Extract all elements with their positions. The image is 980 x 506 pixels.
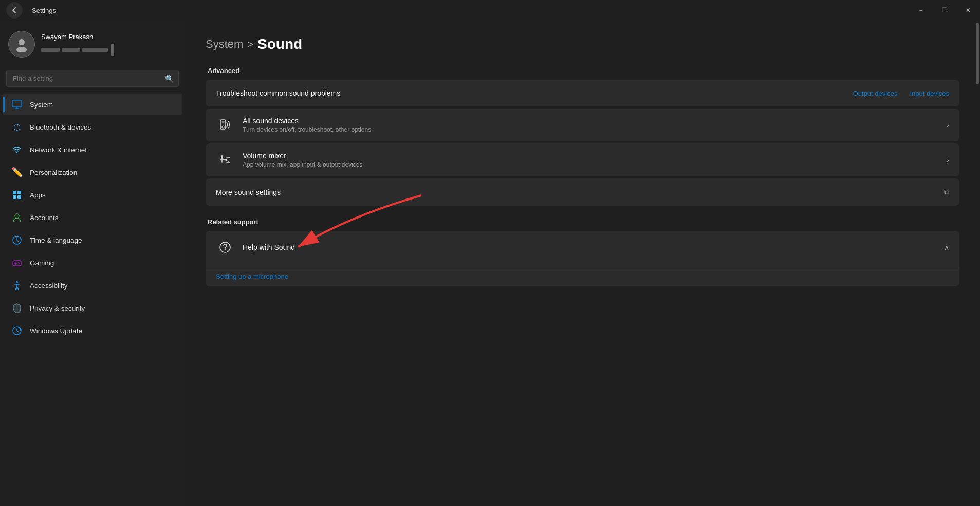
svg-rect-5 (17, 191, 21, 194)
more-sound-settings-row[interactable]: More sound settings ⧉ (206, 178, 959, 206)
help-sound-card: Help with Sound ∧ Setting up a microphon… (206, 231, 959, 286)
volume-mixer-text: Volume mixer App volume mix, app input &… (243, 152, 947, 168)
scrollbar-thumb[interactable] (976, 23, 979, 84)
svg-rect-4 (13, 191, 16, 194)
support-links-container: Setting up a microphone (206, 266, 959, 286)
section-heading-advanced: Advanced (206, 67, 959, 75)
user-profile[interactable]: Swayam Prakash (0, 21, 185, 68)
sound-device-icon (216, 116, 234, 134)
back-button[interactable] (6, 2, 23, 19)
accounts-icon (11, 212, 23, 223)
svg-point-1 (16, 47, 27, 52)
chevron-right-icon-1: › (947, 121, 949, 129)
user-info: Swayam Prakash (41, 33, 114, 56)
chevron-up-icon: ∧ (944, 243, 949, 251)
search-wrapper: 🔍 (6, 70, 179, 87)
breadcrumb-parent[interactable]: System (206, 38, 243, 51)
sidebar-item-apps[interactable]: Apps (3, 184, 182, 206)
time-icon (11, 234, 23, 246)
all-sound-devices-row[interactable]: All sound devices Turn devices on/off, t… (206, 109, 959, 141)
sidebar-item-gaming[interactable]: Gaming (3, 252, 182, 274)
external-link-icon: ⧉ (944, 188, 949, 196)
svg-point-16 (222, 126, 224, 128)
breadcrumb-separator: > (247, 39, 253, 50)
sidebar-item-personalization[interactable]: ✏️ Personalization (3, 161, 182, 183)
help-sound-title: Help with Sound (243, 243, 944, 251)
user-bars (41, 44, 114, 56)
help-icon (216, 238, 234, 257)
sidebar-item-label-windows-update: Windows Update (30, 327, 82, 335)
sidebar-item-bluetooth[interactable]: ⬡ Bluetooth & devices (3, 116, 182, 138)
sidebar-item-windows-update[interactable]: Windows Update (3, 320, 182, 341)
sidebar-item-label-bluetooth: Bluetooth & devices (30, 123, 91, 131)
svg-rect-2 (12, 100, 22, 107)
troubleshoot-label: Troubleshoot common sound problems (216, 89, 853, 97)
content-area: System > Sound Advanced Troubleshoot com… (185, 21, 980, 506)
search-container: 🔍 (0, 68, 185, 93)
minimize-button[interactable]: − (909, 0, 933, 21)
svg-point-3 (16, 152, 17, 153)
bluetooth-icon: ⬡ (11, 121, 23, 133)
all-sound-devices-card: All sound devices Turn devices on/off, t… (206, 109, 959, 141)
svg-rect-6 (13, 195, 16, 199)
titlebar: Settings − ❐ ✕ (0, 0, 980, 21)
sidebar-item-label-network: Network & internet (30, 146, 87, 154)
volume-mixer-subtitle: App volume mix, app input & output devic… (243, 161, 947, 168)
svg-point-0 (19, 39, 25, 45)
sidebar-item-privacy[interactable]: Privacy & security (3, 297, 182, 319)
user-bar-4 (111, 44, 114, 56)
svg-point-26 (225, 249, 226, 250)
more-sound-settings-label: More sound settings (216, 188, 944, 196)
sidebar-item-accessibility[interactable]: Accessibility (3, 275, 182, 296)
close-button[interactable]: ✕ (956, 0, 980, 21)
all-sound-devices-title: All sound devices (243, 117, 947, 125)
help-sound-text: Help with Sound (243, 243, 944, 251)
section-heading-related: Related support (206, 218, 959, 226)
apps-icon (11, 189, 23, 201)
sidebar-item-network[interactable]: Network & internet (3, 139, 182, 160)
troubleshoot-links: Output devices Input devices (853, 89, 949, 97)
accessibility-icon (11, 280, 23, 291)
sidebar-item-label-accessibility: Accessibility (30, 282, 68, 290)
setting-up-microphone-link[interactable]: Setting up a microphone (206, 268, 959, 284)
sidebar-item-label-privacy: Privacy & security (30, 304, 85, 312)
sidebar-item-system[interactable]: System (3, 94, 182, 115)
all-sound-devices-subtitle: Turn devices on/off, troubleshoot, other… (243, 126, 947, 133)
svg-point-11 (18, 262, 19, 263)
input-devices-link[interactable]: Input devices (910, 89, 949, 97)
svg-point-25 (220, 242, 230, 252)
breadcrumb-current: Sound (257, 36, 302, 52)
svg-point-20 (225, 159, 227, 161)
app-body: Swayam Prakash 🔍 (0, 21, 980, 506)
all-sound-devices-text: All sound devices Turn devices on/off, t… (243, 117, 947, 133)
user-bar-3 (82, 48, 108, 52)
output-devices-link[interactable]: Output devices (853, 89, 898, 97)
volume-mixer-card: Volume mixer App volume mix, app input &… (206, 143, 959, 176)
svg-point-12 (19, 263, 20, 264)
privacy-icon (11, 302, 23, 314)
search-input[interactable] (6, 70, 179, 87)
scrollbar-track[interactable] (974, 21, 980, 506)
titlebar-title: Settings (32, 7, 56, 14)
chevron-right-icon-2: › (947, 156, 949, 164)
volume-mixer-icon (216, 151, 234, 169)
sidebar-item-label-system: System (30, 101, 53, 109)
system-icon (11, 99, 23, 110)
svg-rect-7 (17, 195, 21, 199)
sidebar-item-label-time: Time & language (30, 237, 82, 244)
windows-update-icon (11, 325, 23, 336)
sidebar-item-accounts[interactable]: Accounts (3, 207, 182, 228)
svg-point-13 (16, 281, 18, 283)
breadcrumb: System > Sound (206, 36, 959, 52)
sidebar: Swayam Prakash 🔍 (0, 21, 185, 506)
volume-mixer-title: Volume mixer (243, 152, 947, 160)
personalization-icon: ✏️ (11, 167, 23, 178)
user-bar-1 (41, 48, 60, 52)
sidebar-item-label-apps: Apps (30, 191, 46, 199)
troubleshoot-row: Troubleshoot common sound problems Outpu… (206, 80, 959, 106)
restore-button[interactable]: ❐ (933, 0, 956, 21)
svg-point-8 (15, 214, 19, 218)
sidebar-item-time[interactable]: Time & language (3, 229, 182, 251)
volume-mixer-row[interactable]: Volume mixer App volume mix, app input &… (206, 143, 959, 176)
help-sound-row[interactable]: Help with Sound ∧ (206, 231, 959, 264)
